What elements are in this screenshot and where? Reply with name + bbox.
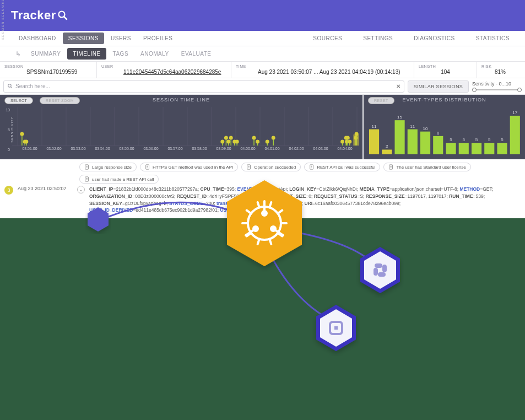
tab-sessions[interactable]: SESSIONS bbox=[63, 33, 104, 44]
info-time-label: TIME bbox=[236, 64, 409, 68]
svg-line-125 bbox=[246, 230, 254, 235]
svg-line-127 bbox=[278, 233, 282, 236]
back-arrow-icon[interactable]: ↳ bbox=[15, 50, 21, 58]
svg-rect-89 bbox=[459, 143, 469, 154]
event-tag[interactable]: Operation succeeded bbox=[241, 163, 301, 171]
svg-text:11: 11 bbox=[372, 124, 377, 129]
slack-hexagon-icon bbox=[360, 247, 400, 293]
sensitivity-label: Sensitivity - 0...10 bbox=[472, 81, 511, 87]
svg-point-55 bbox=[256, 140, 259, 144]
svg-line-129 bbox=[258, 239, 259, 245]
svg-point-2 bbox=[8, 84, 12, 88]
svg-rect-87 bbox=[446, 143, 456, 154]
svg-text:5: 5 bbox=[501, 137, 504, 142]
svg-marker-143 bbox=[320, 309, 352, 347]
subtab-summary[interactable]: SUMMARY bbox=[25, 48, 66, 60]
svg-marker-136 bbox=[360, 247, 400, 293]
svg-text:2: 2 bbox=[386, 144, 388, 149]
info-session-label: SESSION bbox=[4, 64, 92, 68]
svg-text:04:02:00: 04:02:00 bbox=[289, 147, 304, 150]
distribution-chart[interactable]: RESET EVENT-TYPES DISTRIBUTION 112151110… bbox=[364, 95, 525, 159]
magnifier-icon bbox=[57, 10, 68, 21]
tab-statistics[interactable]: STATISTICS bbox=[470, 33, 515, 44]
event-tags: Large response sizeHTTPS GET method was … bbox=[79, 163, 521, 184]
tab-diagnostics[interactable]: DIAGNOSTICS bbox=[408, 33, 460, 44]
timeline-chart[interactable]: SELECT RESET ZOOM SESSION TIME-LINE SENS… bbox=[0, 95, 364, 159]
event-tag[interactable]: Large response size bbox=[79, 163, 137, 171]
svg-text:11: 11 bbox=[410, 124, 415, 129]
brand-logo: Tracker bbox=[11, 8, 68, 23]
info-length: LENGTH 104 bbox=[414, 62, 477, 78]
distribution-title: EVENT-TYPES DISTRIBUTION bbox=[364, 97, 525, 103]
event-tag[interactable]: REST API call was successful bbox=[304, 163, 380, 171]
svg-text:03:55:00: 03:55:00 bbox=[119, 147, 134, 150]
svg-rect-81 bbox=[408, 130, 418, 154]
svg-text:10: 10 bbox=[423, 126, 428, 131]
info-user-label: USER bbox=[101, 64, 226, 68]
sensitivity-slider[interactable]: Sensitivity - 0...10 bbox=[472, 81, 522, 91]
svg-text:03:51:00: 03:51:00 bbox=[22, 147, 37, 150]
search-row: Search here... ✕ SIMILAR SESSIONS Sensit… bbox=[0, 78, 525, 95]
svg-point-69 bbox=[348, 140, 351, 144]
svg-rect-95 bbox=[497, 143, 507, 154]
svg-text:03:57:00: 03:57:00 bbox=[167, 147, 182, 150]
svg-rect-77 bbox=[382, 149, 392, 154]
svg-text:03:56:00: 03:56:00 bbox=[143, 147, 158, 150]
similar-sessions-button[interactable]: SIMILAR SESSIONS bbox=[408, 80, 469, 93]
svg-point-61 bbox=[340, 140, 344, 144]
primary-tabs: DASHBOARDSESSIONSUSERSPROFILES SOURCESSE… bbox=[0, 31, 525, 46]
expand-icon[interactable]: ⌄ bbox=[77, 186, 85, 193]
svg-point-121 bbox=[271, 227, 275, 231]
svg-rect-91 bbox=[472, 143, 481, 154]
svg-marker-142 bbox=[316, 305, 356, 351]
tab-users[interactable]: USERS bbox=[105, 33, 137, 44]
svg-point-43 bbox=[224, 136, 228, 140]
svg-text:5: 5 bbox=[450, 137, 452, 142]
subtab-tags[interactable]: TAGS bbox=[107, 48, 134, 60]
svg-text:5: 5 bbox=[475, 137, 478, 142]
info-risk-value: 81% bbox=[481, 69, 519, 75]
secondary-tabs: ↳ SUMMARYTIMELINETAGSANOMALYEVALUATE bbox=[0, 46, 525, 62]
subtab-anomaly[interactable]: ANOMALY bbox=[135, 48, 175, 60]
svg-rect-85 bbox=[433, 136, 443, 154]
info-session: SESSION SPSSNm170199559 bbox=[0, 62, 97, 78]
subtab-timeline[interactable]: TIMELINE bbox=[67, 48, 106, 60]
svg-text:03:59:00: 03:59:00 bbox=[216, 147, 231, 150]
timeline-title: SESSION TIME-LINE bbox=[0, 97, 362, 103]
search-input[interactable]: Search here... ✕ bbox=[3, 80, 404, 93]
svg-rect-144 bbox=[330, 322, 342, 334]
svg-point-67 bbox=[346, 136, 350, 140]
event-tag[interactable]: user had made a REST API call bbox=[79, 175, 159, 184]
svg-text:04:00:00: 04:00:00 bbox=[240, 147, 255, 150]
svg-point-39 bbox=[24, 140, 28, 144]
svg-text:5: 5 bbox=[463, 137, 466, 142]
square-hexagon-icon bbox=[316, 305, 356, 351]
svg-line-128 bbox=[269, 239, 271, 245]
tab-profiles[interactable]: PROFILES bbox=[138, 33, 178, 44]
svg-point-53 bbox=[252, 136, 256, 140]
subtab-evaluate[interactable]: EVALUATE bbox=[176, 48, 217, 60]
event-row: Large response sizeHTTPS GET method was … bbox=[0, 159, 525, 218]
session-scenario-label: SESSION SCENARIO bbox=[1, 0, 4, 40]
svg-rect-139 bbox=[382, 265, 387, 272]
svg-rect-93 bbox=[484, 143, 494, 154]
svg-text:8: 8 bbox=[437, 131, 440, 136]
info-user-value[interactable]: 111e20454457d5c64aa062029684285e bbox=[101, 69, 226, 75]
event-details: CLIENT_IP=21832b1fd000db48c3211b82057729… bbox=[89, 186, 521, 214]
info-length-label: LENGTH bbox=[419, 64, 472, 68]
tab-sources[interactable]: SOURCES bbox=[307, 33, 348, 44]
info-risk-label: RISK bbox=[481, 64, 519, 68]
event-tag[interactable]: HTTPS GET method was used in the API bbox=[140, 163, 238, 171]
tab-dashboard[interactable]: DASHBOARD bbox=[13, 33, 62, 44]
svg-rect-83 bbox=[420, 132, 430, 154]
event-tag[interactable]: The user has Standard user license bbox=[383, 163, 470, 171]
info-user: USER 111e20454457d5c64aa062029684285e bbox=[97, 62, 231, 78]
header: Tracker bbox=[0, 0, 525, 31]
svg-point-47 bbox=[229, 136, 233, 140]
svg-text:5: 5 bbox=[488, 137, 491, 142]
info-session-value: SPSSNm170199559 bbox=[4, 69, 92, 75]
tab-settings[interactable]: SETTINGS bbox=[358, 33, 398, 44]
clear-search-icon[interactable]: ✕ bbox=[396, 83, 400, 89]
app-window: Tracker SESSION SCENARIO DASHBOARDSESSIO… bbox=[0, 0, 525, 211]
svg-line-130 bbox=[247, 233, 251, 236]
